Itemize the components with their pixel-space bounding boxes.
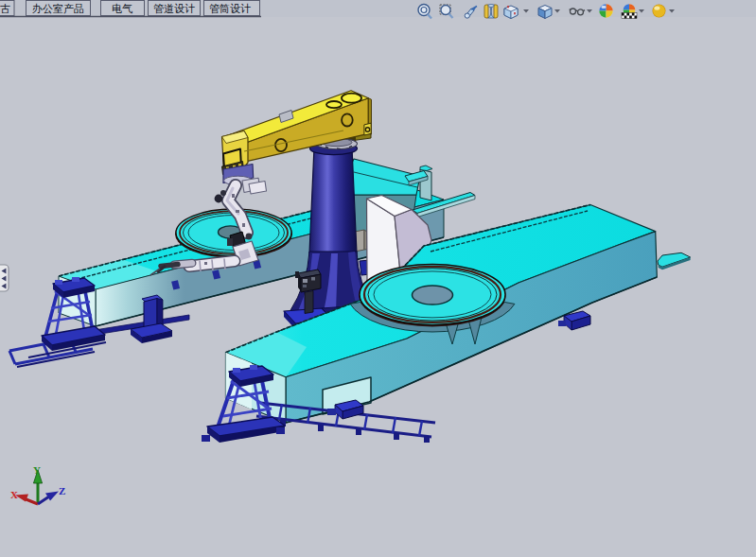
svg-text:管筒设计: 管筒设计 [209,3,251,14]
svg-text:Y: Y [33,464,41,476]
svg-text:办公室产品: 办公室产品 [32,3,84,14]
svg-text:管道设计: 管道设计 [153,3,195,14]
svg-text:Z: Z [59,485,65,496]
svg-text:古: 古 [0,3,10,14]
svg-text:电气: 电气 [112,3,132,14]
svg-text:X: X [10,489,18,500]
